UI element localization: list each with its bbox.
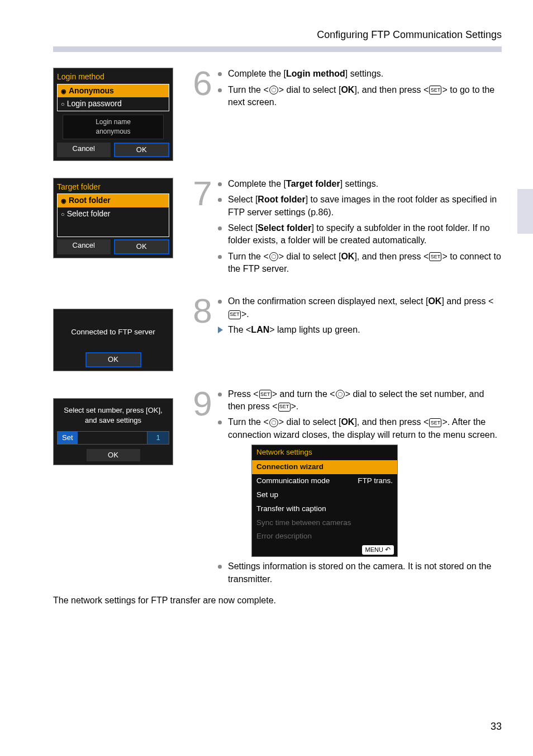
connected-message: Connected to FTP server xyxy=(57,313,169,352)
login-name-value: anonymous xyxy=(68,127,159,136)
instruction-text: Select [Root folder] to save images in t… xyxy=(218,193,502,219)
step-6: Login method Anonymous Login password Lo… xyxy=(53,68,502,161)
instruction-text: Turn the <> dial to select [OK], and the… xyxy=(218,84,502,109)
instruction-text: On the confirmation screen displayed nex… xyxy=(218,295,502,320)
dial-icon xyxy=(269,86,278,94)
side-tab xyxy=(517,189,533,234)
cancel-button[interactable]: Cancel xyxy=(57,143,111,157)
option-select-folder[interactable]: Select folder xyxy=(58,207,169,221)
login-name-box: Login name anonymous xyxy=(63,115,164,139)
panel-title: Login method xyxy=(57,72,169,83)
menu-sync-time: Sync time between cameras xyxy=(252,516,397,530)
option-login-password[interactable]: Login password xyxy=(58,97,169,111)
step-9: Select set number, press [OK], and save … xyxy=(53,388,502,589)
set-icon: SET xyxy=(429,86,441,94)
network-settings-title: Network settings xyxy=(252,445,397,460)
instruction-text: Settings information is stored on the ca… xyxy=(218,560,502,585)
network-settings-panel: Network settings Connection wizard Commu… xyxy=(251,445,398,557)
ok-button[interactable]: OK xyxy=(114,239,170,254)
instruction-text: Select [Select folder] to specify a subf… xyxy=(218,222,502,247)
set-value: 1 xyxy=(147,432,169,444)
dial-icon xyxy=(269,252,278,261)
menu-transfer-with-caption[interactable]: Transfer with caption xyxy=(252,502,397,516)
page-number: 33 xyxy=(491,720,502,734)
target-folder-options: Root folder Select folder xyxy=(57,193,169,237)
set-icon: SET xyxy=(429,252,441,261)
menu-connection-wizard[interactable]: Connection wizard xyxy=(252,460,397,474)
step-number: 7 xyxy=(187,178,218,209)
step-7: Target folder Root folder Select folder … xyxy=(53,178,502,279)
save-settings-message: Select set number, press [OK], and save … xyxy=(57,402,169,427)
instruction-text: Turn the <> dial to select [OK], and the… xyxy=(218,251,502,276)
closing-text: The network settings for FTP transfer ar… xyxy=(53,594,502,607)
set-icon: SET xyxy=(229,310,241,319)
ok-button[interactable]: OK xyxy=(85,352,141,367)
set-icon: SET xyxy=(429,418,441,427)
menu-error-description: Error description xyxy=(252,530,397,544)
dial-icon xyxy=(336,390,345,399)
set-icon: SET xyxy=(278,403,291,412)
step-number: 6 xyxy=(187,68,218,99)
panel-title: Target folder xyxy=(57,182,169,193)
instruction-text: The <LAN> lamp lights up green. xyxy=(218,324,502,336)
set-label: Set xyxy=(58,432,78,444)
step-number: 8 xyxy=(187,295,218,327)
save-settings-panel: Select set number, press [OK], and save … xyxy=(53,398,173,466)
menu-communication-mode[interactable]: Communication modeFTP trans. xyxy=(252,474,397,488)
login-method-panel: Login method Anonymous Login password Lo… xyxy=(53,68,173,161)
menu-return[interactable]: MENU ↶ xyxy=(252,544,397,556)
option-anonymous[interactable]: Anonymous xyxy=(58,84,169,98)
connected-panel: Connected to FTP server OK xyxy=(53,309,173,371)
login-method-options: Anonymous Login password xyxy=(57,84,169,111)
instruction-text: Turn the <> dial to select [OK], and the… xyxy=(218,416,502,441)
option-root-folder[interactable]: Root folder xyxy=(58,194,169,207)
header-rule xyxy=(53,46,502,52)
instruction-text: Press <SET> and turn the <> dial to sele… xyxy=(218,388,502,413)
step-number: 9 xyxy=(187,388,218,419)
cancel-button[interactable]: Cancel xyxy=(57,239,111,254)
dial-icon xyxy=(269,418,278,427)
instruction-text: Complete the [Target folder] settings. xyxy=(218,178,502,190)
menu-set-up[interactable]: Set up xyxy=(252,488,397,502)
set-number-row[interactable]: Set 1 xyxy=(57,431,169,445)
login-name-label: Login name xyxy=(68,117,159,127)
set-icon: SET xyxy=(259,390,272,399)
instruction-text: Complete the [Login method] settings. xyxy=(218,68,502,80)
page-header: Configuring FTP Communication Settings xyxy=(53,28,502,46)
step-8: Connected to FTP server OK 8 On the conf… xyxy=(53,295,502,371)
ok-button[interactable]: OK xyxy=(87,449,140,461)
ok-button[interactable]: OK xyxy=(114,143,170,157)
target-folder-panel: Target folder Root folder Select folder … xyxy=(53,178,173,258)
